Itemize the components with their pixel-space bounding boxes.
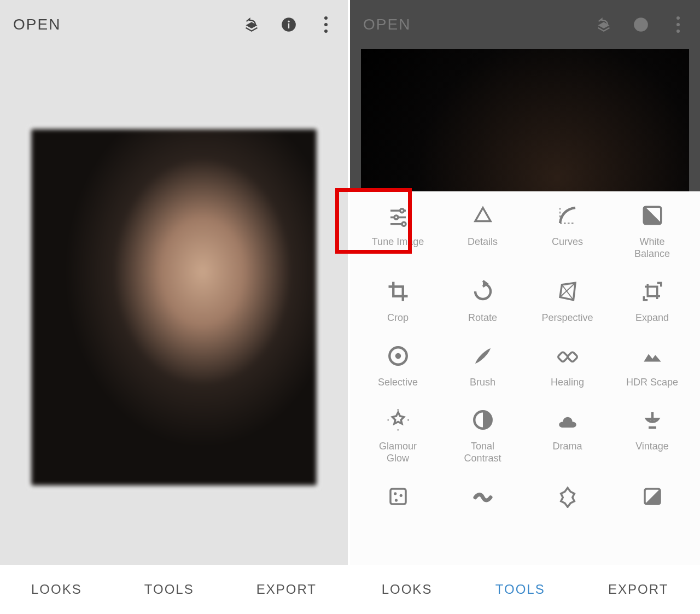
tool-label: Perspective <box>541 312 593 324</box>
tool-rotate[interactable]: Rotate <box>440 278 525 324</box>
dark-header-area: OPEN <box>350 0 700 191</box>
retrolux-icon <box>470 483 496 510</box>
tool-label: Brush <box>470 377 495 389</box>
tool-label: Tonal Contrast <box>464 441 501 464</box>
healing-icon <box>555 343 581 369</box>
tool-brush[interactable]: Brush <box>440 343 525 389</box>
bw-icon <box>639 483 666 510</box>
tool-expand[interactable]: Expand <box>610 278 695 324</box>
hdr-scape-icon <box>639 343 666 369</box>
svg-rect-1 <box>288 24 289 28</box>
tool-label: Healing <box>551 377 584 389</box>
screen-tools: OPEN Tune ImageDetailsCurvesWhite Balanc… <box>350 0 700 614</box>
tool-grid: Tune ImageDetailsCurvesWhite BalanceCrop… <box>355 202 695 517</box>
topbar-actions-dim <box>595 16 687 33</box>
perspective-icon <box>555 278 581 305</box>
more-menu-icon[interactable] <box>317 16 335 33</box>
brush-icon <box>470 343 496 369</box>
tool-perspective[interactable]: Perspective <box>525 278 610 324</box>
vintage-icon <box>639 407 666 433</box>
tool-tune-image[interactable]: Tune Image <box>355 202 440 260</box>
tool-retrolux[interactable] <box>440 483 525 517</box>
details-icon <box>470 202 496 229</box>
tool-vintage[interactable]: Vintage <box>610 407 695 464</box>
tool-healing[interactable]: Healing <box>525 343 610 389</box>
open-button[interactable]: OPEN <box>13 16 61 33</box>
rotate-icon <box>470 278 496 305</box>
expand-icon <box>639 278 666 305</box>
image-canvas-area <box>0 49 348 565</box>
tool-grainy-film[interactable] <box>355 483 440 517</box>
grunge-icon <box>555 483 581 510</box>
tool-curves[interactable]: Curves <box>525 202 610 260</box>
more-menu-icon <box>669 16 687 33</box>
tool-drama[interactable]: Drama <box>525 407 610 464</box>
svg-point-2 <box>288 21 289 22</box>
tools-panel: Tune ImageDetailsCurvesWhite BalanceCrop… <box>350 191 700 565</box>
tool-white-balance[interactable]: White Balance <box>610 202 695 260</box>
glamour-glow-icon <box>385 407 411 433</box>
tool-label: Crop <box>387 312 409 324</box>
tool-label: Expand <box>635 312 669 324</box>
bottom-navigation: LOOKS TOOLS EXPORT <box>350 565 700 614</box>
nav-export[interactable]: EXPORT <box>608 582 668 597</box>
nav-looks[interactable]: LOOKS <box>31 582 82 597</box>
tool-label: Selective <box>378 377 418 389</box>
tool-label: Drama <box>552 441 582 453</box>
nav-looks[interactable]: LOOKS <box>382 582 433 597</box>
selective-icon <box>385 343 411 369</box>
white-balance-icon <box>639 202 666 229</box>
screen-main: OPEN LOOKS TOOLS EXPORT <box>0 0 350 614</box>
bottom-navigation: LOOKS TOOLS EXPORT <box>0 565 348 614</box>
tool-details[interactable]: Details <box>440 202 525 260</box>
tool-label: Curves <box>552 236 583 248</box>
nav-tools[interactable]: TOOLS <box>495 582 545 597</box>
topbar-dim: OPEN <box>350 0 700 49</box>
info-icon <box>632 16 650 33</box>
svg-point-3 <box>634 17 648 32</box>
tool-tonal-contrast[interactable]: Tonal Contrast <box>440 407 525 464</box>
grainy-film-icon <box>385 483 411 510</box>
tool-hdr-scape[interactable]: HDR Scape <box>610 343 695 389</box>
nav-tools[interactable]: TOOLS <box>144 582 194 597</box>
nav-export[interactable]: EXPORT <box>256 582 317 597</box>
tool-label: White Balance <box>634 236 670 260</box>
tool-label: Tune Image <box>372 236 424 248</box>
tune-image-icon <box>385 202 411 229</box>
tool-label: Rotate <box>468 312 497 324</box>
drama-icon <box>555 407 581 433</box>
tool-crop[interactable]: Crop <box>355 278 440 324</box>
topbar: OPEN <box>0 0 348 49</box>
photo-preview-dim <box>361 49 689 191</box>
tool-label: HDR Scape <box>626 377 678 389</box>
tool-selective[interactable]: Selective <box>355 343 440 389</box>
open-button-dim: OPEN <box>363 16 411 33</box>
layers-undo-icon <box>595 16 612 33</box>
tool-glamour-glow[interactable]: Glamour Glow <box>355 407 440 464</box>
topbar-actions <box>243 16 335 33</box>
tool-label: Vintage <box>635 441 669 453</box>
info-icon[interactable] <box>280 16 298 33</box>
tool-grunge[interactable] <box>525 483 610 517</box>
crop-icon <box>385 278 411 305</box>
tonal-contrast-icon <box>470 407 496 433</box>
tool-label: Glamour Glow <box>379 441 417 464</box>
layers-undo-icon[interactable] <box>243 16 260 33</box>
curves-icon <box>555 202 581 229</box>
tool-bw[interactable] <box>610 483 695 517</box>
tool-label: Details <box>468 236 498 248</box>
photo-preview[interactable] <box>29 127 319 488</box>
